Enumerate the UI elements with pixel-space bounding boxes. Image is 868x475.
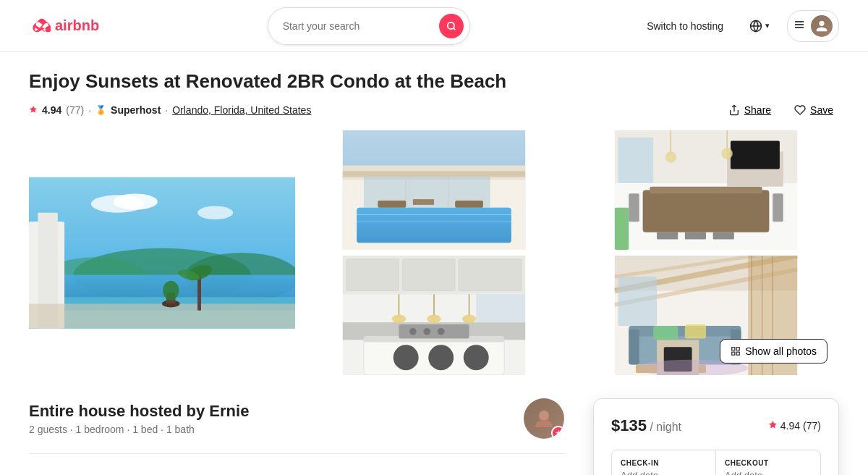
search-placeholder: Start your search <box>283 20 433 32</box>
share-icon <box>728 104 740 116</box>
svg-rect-102 <box>732 352 735 355</box>
svg-rect-46 <box>657 232 678 240</box>
svg-point-71 <box>423 328 430 335</box>
logo-text: airbnb <box>55 17 99 34</box>
grid-icon <box>731 346 741 356</box>
svg-rect-37 <box>455 201 483 208</box>
svg-rect-52 <box>618 138 654 183</box>
host-superhost-badge <box>551 426 564 439</box>
svg-rect-61 <box>402 259 455 291</box>
date-grid: CHECK-IN Add date CHECKOUT Add date <box>611 450 821 475</box>
photo-main[interactable] <box>29 130 295 375</box>
dot-separator-2: · <box>165 104 168 116</box>
dot-separator-1: · <box>88 104 91 116</box>
price-amount: $135 <box>611 416 647 434</box>
svg-point-0 <box>447 22 454 28</box>
language-selector[interactable]: ▾ <box>744 14 775 38</box>
photo-grid: Show all photos <box>29 130 839 375</box>
svg-point-66 <box>393 345 419 370</box>
listing-meta: 4.94 (77) · 🏅 Superhost · Orlando, Flori… <box>29 101 839 119</box>
photo-grid-wrapper: Show all photos <box>29 130 839 375</box>
svg-rect-19 <box>197 274 201 310</box>
card-rating-value: 4.94 <box>780 420 800 432</box>
listing-title: Enjoy Sunsets at Renovated 2BR Condo at … <box>29 70 839 94</box>
photo-top-middle[interactable] <box>301 130 567 250</box>
svg-rect-38 <box>343 171 525 177</box>
svg-point-72 <box>438 328 445 335</box>
svg-rect-62 <box>459 259 522 291</box>
svg-rect-60 <box>346 259 399 291</box>
svg-rect-103 <box>736 352 739 355</box>
price-per-night: / night <box>650 421 681 433</box>
booking-card: $135 / night 4.94 (77) CHECK-IN Add date <box>593 398 839 475</box>
svg-rect-35 <box>378 201 406 208</box>
main-content: Enjoy Sunsets at Renovated 2BR Condo at … <box>0 52 868 475</box>
meta-left: 4.94 (77) · 🏅 Superhost · Orlando, Flori… <box>29 104 311 116</box>
superhost-icon: 🏅 <box>95 105 106 115</box>
show-all-photos-button[interactable]: Show all photos <box>720 339 827 363</box>
host-title: Entire house hosted by Ernie <box>29 402 249 421</box>
host-info: Entire house hosted by Ernie 2 guests · … <box>29 398 564 454</box>
svg-point-9 <box>197 206 233 219</box>
svg-rect-29 <box>357 208 511 243</box>
checkin-value: Add date <box>621 470 707 475</box>
avatar <box>811 15 833 37</box>
host-avatar <box>524 398 564 439</box>
svg-rect-18 <box>29 303 295 328</box>
checkout-label: CHECKOUT <box>725 459 812 467</box>
svg-point-67 <box>428 345 454 370</box>
svg-rect-93 <box>653 326 678 340</box>
search-bar[interactable]: Start your search <box>268 7 470 45</box>
heart-icon <box>794 104 806 116</box>
nav-right: Switch to hosting ▾ <box>638 10 839 42</box>
save-button[interactable]: Save <box>788 101 839 119</box>
rating-value: 4.94 <box>42 104 61 116</box>
svg-rect-45 <box>773 193 783 222</box>
chevron-down-icon: ▾ <box>765 21 770 30</box>
host-header: Entire house hosted by Ernie 2 guests · … <box>29 398 564 439</box>
svg-point-68 <box>464 345 489 370</box>
svg-point-70 <box>409 328 417 335</box>
svg-point-78 <box>462 314 476 323</box>
switch-hosting-link[interactable]: Switch to hosting <box>638 14 732 38</box>
svg-rect-51 <box>731 140 780 169</box>
price-row: $135 / night 4.94 (77) <box>611 416 821 435</box>
header: airbnb Start your search Switch to hosti… <box>0 0 868 52</box>
star-icon <box>29 104 38 116</box>
photo-top-right[interactable] <box>573 130 839 250</box>
svg-rect-101 <box>736 348 739 350</box>
svg-point-55 <box>665 151 677 163</box>
svg-rect-48 <box>713 232 734 240</box>
svg-rect-100 <box>732 348 735 350</box>
host-details: 2 guests · 1 bedroom · 1 bed · 1 bath <box>29 424 249 435</box>
share-button[interactable]: Share <box>723 101 777 119</box>
hamburger-icon <box>793 19 805 33</box>
superhost-badge: Superhost <box>111 104 161 116</box>
svg-rect-42 <box>643 190 770 232</box>
svg-rect-43 <box>650 186 762 193</box>
svg-point-104 <box>539 411 549 421</box>
globe-icon <box>749 20 762 33</box>
svg-point-74 <box>392 314 406 323</box>
card-rating: 4.94 (77) <box>768 420 821 432</box>
svg-rect-53 <box>615 208 629 250</box>
svg-point-57 <box>721 148 733 159</box>
location-link[interactable]: Orlando, Florida, United States <box>172 104 311 116</box>
checkout-cell[interactable]: CHECKOUT Add date <box>716 450 820 475</box>
review-count: (77) <box>66 104 84 116</box>
logo[interactable]: airbnb <box>29 12 99 40</box>
user-menu[interactable] <box>787 10 839 42</box>
photo-bottom-middle[interactable] <box>301 256 567 375</box>
svg-rect-47 <box>685 232 706 240</box>
checkin-cell[interactable]: CHECK-IN Add date <box>612 450 716 475</box>
svg-rect-79 <box>476 294 525 322</box>
airbnb-logo-icon <box>29 12 51 40</box>
photo-bottom-right[interactable]: Show all photos <box>573 256 839 375</box>
search-button[interactable] <box>439 14 464 38</box>
checkout-value: Add date <box>725 470 812 475</box>
card-review-count: (77) <box>803 420 821 432</box>
price-section: $135 / night <box>611 416 681 435</box>
host-section: Entire house hosted by Ernie 2 guests · … <box>29 398 564 454</box>
bottom-section: Entire house hosted by Ernie 2 guests · … <box>29 398 839 475</box>
svg-rect-96 <box>618 277 657 326</box>
